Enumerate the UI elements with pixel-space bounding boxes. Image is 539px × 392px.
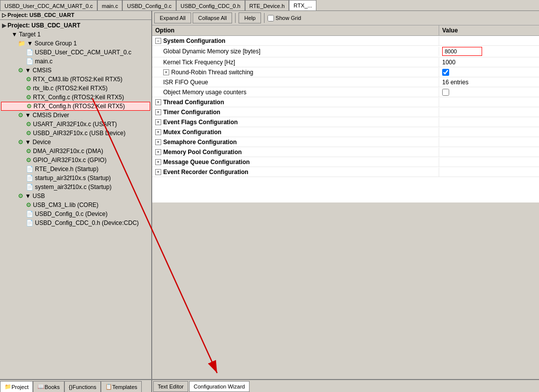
- object-memory-value[interactable]: [439, 88, 539, 97]
- tree-project-row[interactable]: ▶Project: USB_CDC_UART: [1, 21, 150, 30]
- tab-usbd-config[interactable]: USBD_Config_0.c: [122, 0, 176, 11]
- tree-item-12[interactable]: ⚙▼ Device: [1, 138, 150, 147]
- tree-item-3[interactable]: 📄main.c: [1, 57, 150, 66]
- message-queue-expand-btn[interactable]: +: [155, 159, 161, 165]
- tree-item-7[interactable]: ⚙RTX_Config.c (RTOS2:Keil RTX5): [1, 93, 150, 102]
- section-system: − System Configuration: [152, 36, 539, 46]
- tree-icon-17: 📄: [26, 184, 33, 191]
- tree-icon-12: ⚙: [18, 139, 23, 146]
- tree-icon-19: ⚙: [26, 201, 31, 208]
- global-memory-input[interactable]: [442, 47, 482, 56]
- left-footer-tabs: 📁 Project 📖 Books {} Functions 📋 Templat…: [0, 379, 151, 392]
- memory-pool-expand-btn[interactable]: +: [155, 149, 161, 155]
- show-grid-checkbox[interactable]: [268, 15, 274, 21]
- mutex-label: Mutex Configuration: [163, 129, 222, 136]
- semaphore-label: Semaphore Configuration: [163, 139, 237, 146]
- tab-main[interactable]: main.c: [97, 0, 122, 11]
- tree-item-14[interactable]: ⚙GPIO_AIR32F10x.c (GPIO): [1, 156, 150, 165]
- tree-item-18[interactable]: ⚙▼ USB: [1, 192, 150, 200]
- config-toolbar: Expand All Collapse All Help Show Grid: [152, 11, 539, 25]
- tab-rte-device[interactable]: RTE_Device.h: [245, 0, 289, 11]
- right-footer-tabs: Text Editor Configuration Wizard: [152, 379, 539, 392]
- tree-icon-11: ⚙: [26, 130, 31, 137]
- tab-functions[interactable]: {} Functions: [64, 381, 101, 392]
- event-recorder-expand-btn[interactable]: +: [155, 169, 161, 175]
- tree-item-8[interactable]: ⚙RTX_Config.h (RTOS2:Keil RTX5): [1, 102, 150, 111]
- tab-config-wizard[interactable]: Configuration Wizard: [189, 381, 250, 392]
- tree-item-2[interactable]: 📄USBD_User_CDC_ACM_UART_0.c: [1, 48, 150, 57]
- event-flags-expand-btn[interactable]: +: [155, 119, 161, 125]
- tree-item-4[interactable]: ⚙▼ CMSIS: [1, 66, 150, 75]
- tab-usbd-user[interactable]: USBD_User_CDC_ACM_UART_0.c: [0, 0, 97, 11]
- tree-icon-14: ⚙: [26, 157, 31, 164]
- tree-item-11[interactable]: ⚙USBD_AIR32F10x.c (USB Device): [1, 129, 150, 138]
- event-recorder-label: Event Recorder Configuration: [163, 169, 249, 176]
- tree-item-9[interactable]: ⚙▼ CMSIS Driver: [1, 111, 150, 120]
- round-robin-checkbox[interactable]: [442, 69, 449, 76]
- event-flags-value: [439, 121, 539, 123]
- tree-item-21[interactable]: 📄USBD_Config_CDC_0.h (Device:CDC): [1, 218, 150, 227]
- tree-item-0[interactable]: ▼ Target 1: [1, 30, 150, 39]
- row-round-robin: + Round-Robin Thread switching: [152, 67, 539, 77]
- memory-pool-value: [439, 151, 539, 153]
- round-robin-expand[interactable]: +: [163, 69, 169, 75]
- tree-icon-3: 📄: [26, 58, 33, 65]
- section-event-flags: + Event Flags Configuration: [152, 117, 539, 127]
- tree-item-5[interactable]: ⚙RTX_CM3.lib (RTOS2:Keil RTX5): [1, 75, 150, 84]
- global-memory-option: Global Dynamic Memory size [bytes]: [160, 47, 439, 56]
- system-config-label: System Configuration: [163, 37, 226, 44]
- semaphore-expand-btn[interactable]: +: [155, 139, 161, 145]
- tab-project[interactable]: 📁 Project: [0, 381, 33, 392]
- mutex-value: [439, 131, 539, 133]
- tree-icon-20: 📄: [26, 210, 33, 217]
- tab-rtx[interactable]: RTX_...: [289, 0, 316, 11]
- tab-templates[interactable]: 📋 Templates: [101, 381, 142, 392]
- tab-usbd-config-cdc[interactable]: USBD_Config_CDC_0.h: [176, 0, 245, 11]
- tree-item-17[interactable]: 📄system_air32f10x.c (Startup): [1, 183, 150, 192]
- tree-icon-15: 📄: [26, 166, 33, 173]
- show-grid-label[interactable]: Show Grid: [268, 15, 301, 21]
- round-robin-option: + Round-Robin Thread switching: [160, 68, 439, 77]
- config-table-header: Option Value: [152, 25, 539, 36]
- tree-item-20[interactable]: 📄USBD_Config_0.c (Device): [1, 209, 150, 218]
- tree-item-6[interactable]: ⚙rtx_lib.c (RTOS2:Keil RTX5): [1, 84, 150, 93]
- config-table: Option Value − System Configuration Glob…: [152, 25, 539, 202]
- round-robin-value[interactable]: [439, 68, 539, 77]
- timer-expand-btn[interactable]: +: [155, 109, 161, 115]
- row-kernel-tick: Kernel Tick Frequency [Hz] 1000: [152, 57, 539, 67]
- event-recorder-option: + Event Recorder Configuration: [152, 168, 439, 177]
- help-button[interactable]: Help: [239, 12, 261, 23]
- thread-expand-btn[interactable]: +: [155, 99, 161, 105]
- row-global-memory: Global Dynamic Memory size [bytes]: [152, 46, 539, 57]
- tree-item-19[interactable]: ⚙USB_CM3_L.lib (CORE): [1, 200, 150, 209]
- tree-item-1[interactable]: 📁▼ Source Group 1: [1, 39, 150, 48]
- tree-icon-7: ⚙: [26, 94, 31, 101]
- collapse-all-button[interactable]: Collapse All: [193, 12, 232, 23]
- project-tree[interactable]: ▶Project: USB_CDC_UART▼ Target 1📁▼ Sourc…: [0, 20, 151, 379]
- expand-all-button[interactable]: Expand All: [154, 12, 191, 23]
- project-title: ▷ Project: USB_CDC_UART: [0, 11, 151, 20]
- event-recorder-value: [439, 171, 539, 173]
- thread-config-option: + Thread Configuration: [152, 98, 439, 107]
- isr-fifo-option: ISR FIFO Queue: [160, 78, 439, 87]
- section-mutex: + Mutex Configuration: [152, 127, 539, 137]
- timer-config-option: + Timer Configuration: [152, 108, 439, 117]
- tree-item-13[interactable]: ⚙DMA_AIR32F10x.c (DMA): [1, 147, 150, 156]
- tab-books[interactable]: 📖 Books: [33, 381, 64, 392]
- global-memory-value[interactable]: [439, 46, 539, 57]
- tree-item-10[interactable]: ⚙USART_AIR32F10x.c (USART): [1, 120, 150, 129]
- toolbar-separator2: [264, 13, 265, 23]
- semaphore-option: + Semaphore Configuration: [152, 138, 439, 147]
- templates-icon: 📋: [105, 384, 112, 390]
- system-config-value: [439, 40, 539, 42]
- tab-bar: USBD_User_CDC_ACM_UART_0.c main.c USBD_C…: [0, 0, 539, 11]
- event-flags-option: + Event Flags Configuration: [152, 118, 439, 127]
- object-memory-checkbox[interactable]: [442, 89, 449, 96]
- tree-item-15[interactable]: 📄RTE_Device.h (Startup): [1, 165, 150, 174]
- mutex-expand-btn[interactable]: +: [155, 129, 161, 135]
- tree-item-16[interactable]: 📄startup_air32f10x.s (Startup): [1, 174, 150, 183]
- functions-icon: {}: [69, 384, 72, 390]
- thread-config-value: [439, 101, 539, 103]
- system-expand-btn[interactable]: −: [155, 38, 161, 44]
- tab-text-editor[interactable]: Text Editor: [153, 381, 188, 392]
